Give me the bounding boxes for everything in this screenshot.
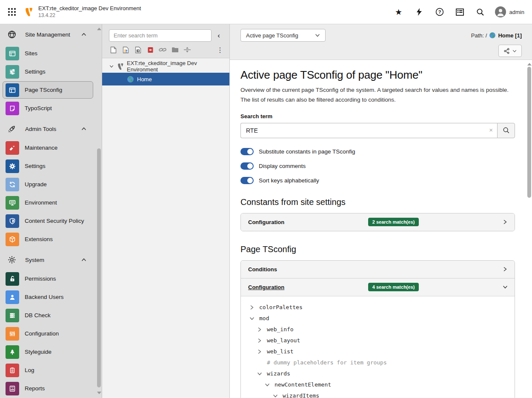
scroll-up-arrow[interactable] — [527, 63, 532, 65]
help-button[interactable]: ? — [431, 3, 448, 20]
chevron-right-icon[interactable] — [257, 338, 262, 343]
sidebar-item-sites[interactable]: Sites — [3, 45, 93, 62]
page-tree-panel: ‹ — [102, 24, 230, 398]
chevron-right-icon[interactable] — [257, 327, 262, 332]
section-header-admin-tools[interactable]: Admin Tools — [0, 119, 102, 138]
user-menu[interactable]: admin — [492, 6, 524, 17]
module-menu-scrollbar[interactable] — [96, 24, 102, 398]
module-scroll-area: Active page TSconfig of page "Home" Over… — [230, 60, 532, 398]
sidebar-item-content-security-policy[interactable]: Content Security Policy — [3, 212, 93, 230]
sidebar-item-backend-users[interactable]: Backend Users — [3, 288, 93, 306]
scroll-down-arrow[interactable] — [97, 392, 101, 394]
tree-row[interactable]: newContentElement — [249, 379, 508, 390]
tree-more-menu[interactable]: ⋮ — [216, 46, 224, 54]
chevron-down-icon[interactable] — [249, 316, 255, 321]
sidebar-item-label: Sites — [25, 50, 37, 57]
sites-icon — [6, 47, 19, 60]
new-folder-icon[interactable] — [171, 45, 179, 54]
sidebar-item-label: Configuration — [25, 330, 59, 337]
tree-row[interactable]: mod — [249, 313, 508, 324]
chevron-down-icon[interactable] — [265, 382, 270, 387]
rocket-icon — [8, 125, 16, 133]
sidebar-item-typoscript[interactable]: TypoScript — [3, 100, 93, 117]
sidebar-item-db-check[interactable]: DB Check — [3, 307, 93, 324]
main-module: Active page TSconfig Path: / Home [1] Ac… — [230, 24, 532, 398]
tree-row[interactable]: wizards — [249, 368, 508, 379]
new-link-icon[interactable] — [158, 45, 167, 54]
new-shortcut-page-icon[interactable] — [134, 45, 142, 54]
bolt-icon — [416, 8, 422, 16]
tree-node-label: Home — [137, 76, 152, 82]
accordion-header-configuration[interactable]: Configuration 2 search match(es) — [241, 213, 515, 231]
doc-header: Active page TSconfig Path: / Home [1] — [230, 24, 532, 60]
tree-node-home[interactable]: Home — [102, 73, 229, 85]
view-mode-select[interactable]: Active page TSconfig — [240, 29, 326, 42]
chevron-right-icon — [503, 267, 508, 272]
new-page-icon[interactable] — [109, 45, 117, 54]
toggle-on-switch[interactable] — [240, 162, 254, 170]
tree-row[interactable]: web_list — [249, 346, 508, 357]
search-button-topbar[interactable] — [472, 3, 489, 20]
chevron-down-icon[interactable] — [109, 64, 114, 68]
toggle-on-switch[interactable] — [240, 148, 254, 155]
clear-cache-button[interactable] — [411, 3, 428, 20]
accordion-header-configuration-expanded[interactable]: Configuration 4 search match(es) — [241, 279, 515, 296]
sidebar-item-site-settings[interactable]: Settings — [3, 63, 93, 80]
chevron-down-icon[interactable] — [273, 393, 278, 398]
section-header-system[interactable]: System — [0, 250, 102, 269]
systeminformation-button[interactable] — [452, 3, 469, 20]
sidebar-item-configuration[interactable]: Configuration — [3, 325, 93, 342]
sidebar-item-permissions[interactable]: Permissions — [3, 270, 93, 287]
grid-icon — [8, 8, 16, 16]
tree-row[interactable]: web_info — [249, 324, 508, 335]
constants-accordion: Configuration 2 search match(es) — [240, 213, 515, 231]
path-label: Path: / — [471, 32, 487, 39]
module-grid-button[interactable] — [0, 8, 24, 16]
star-icon: ★ — [395, 7, 402, 17]
clear-search-icon[interactable]: × — [489, 126, 493, 134]
scrollbar-thumb[interactable] — [527, 67, 531, 198]
new-page-restricted-icon[interactable] — [121, 45, 130, 54]
chevron-up-icon — [81, 126, 86, 131]
collapse-tree-button[interactable]: ‹ — [213, 30, 224, 41]
chevron-right-icon[interactable] — [249, 305, 255, 310]
sidebar-item-label: DB Check — [25, 312, 51, 318]
monitor-icon — [6, 196, 19, 210]
tree-row[interactable]: wizardItems — [249, 390, 508, 398]
sidebar-item-styleguide[interactable]: Styleguide — [3, 343, 93, 361]
new-divider-icon[interactable] — [183, 45, 192, 54]
user-icon — [6, 290, 19, 304]
submit-search-button[interactable] — [497, 123, 515, 138]
search-term-input[interactable] — [240, 123, 497, 138]
content-scrollbar[interactable] — [526, 60, 532, 398]
new-recycler-icon[interactable] — [146, 45, 154, 54]
accordion-header-conditions[interactable]: Conditions — [241, 261, 515, 278]
tree-row[interactable]: colorPalettes — [249, 302, 508, 313]
share-button[interactable] — [498, 45, 522, 57]
sidebar-item-log[interactable]: Log — [3, 361, 93, 379]
tree-row-key: colorPalettes — [259, 304, 303, 310]
toggle-on-switch[interactable] — [240, 177, 254, 184]
toggle-sort-keys[interactable]: Sort keys alphabetically — [240, 177, 513, 184]
sidebar-item-extensions[interactable]: Extensions — [3, 230, 93, 248]
tree-row[interactable]: web_layout — [249, 335, 508, 346]
scroll-up-arrow[interactable] — [97, 28, 101, 30]
sidebar-item-admin-settings[interactable]: Settings — [3, 157, 93, 175]
search-input-group: × — [240, 123, 515, 138]
chevron-right-icon[interactable] — [257, 349, 262, 354]
section-header-site-management[interactable]: Site Management — [0, 25, 102, 44]
sidebar-item-label: Page TSconfig — [25, 87, 62, 93]
sidebar-item-page-tsconfig[interactable]: Page TSconfig — [3, 81, 93, 99]
bookmark-button[interactable]: ★ — [390, 3, 407, 20]
scrollbar-thumb[interactable] — [97, 148, 101, 387]
path-page: Home [1] — [498, 32, 522, 39]
toggle-display-comments[interactable]: Display comments — [240, 162, 513, 170]
sidebar-item-environment[interactable]: Environment — [3, 194, 93, 211]
sidebar-item-reports[interactable]: Reports — [3, 380, 93, 397]
tree-search-input[interactable] — [109, 29, 212, 42]
chevron-down-icon[interactable] — [257, 371, 262, 376]
toggle-substitute-constants[interactable]: Substitute constants in page TSconfig — [240, 148, 513, 155]
sidebar-item-maintenance[interactable]: Maintenance — [3, 139, 93, 156]
sidebar-item-upgrade[interactable]: Upgrade — [3, 176, 93, 193]
tree-node-root[interactable]: EXT:rte_ckeditor_image Dev Environment — [102, 60, 229, 73]
